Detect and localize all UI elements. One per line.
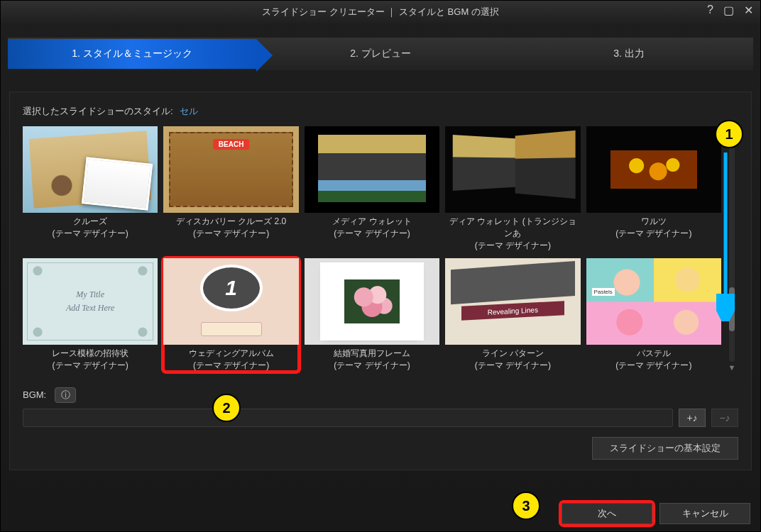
bgm-info-button[interactable]: ⓘ — [55, 387, 76, 403]
bgm-row: BGM: ⓘ — [23, 387, 738, 403]
wizard-steps: 1. スタイル＆ミュージック 2. プレビュー 3. 出力 — [8, 38, 753, 70]
next-button[interactable]: 次へ — [562, 503, 652, 524]
remove-music-icon: −♪ — [719, 412, 730, 423]
cancel-button[interactable]: キャンセル — [659, 503, 750, 524]
window-title: スライドショー クリエーター ｜ スタイルと BGM の選択 — [262, 6, 499, 18]
add-music-icon: +♪ — [686, 412, 697, 423]
style-tile-wedding-frame[interactable]: 結婚写真用フレーム(テーマ デザイナー) — [305, 258, 439, 372]
app-window: スライドショー クリエーター ｜ スタイルと BGM の選択 ? ▢ ✕ 1. … — [0, 0, 761, 532]
info-icon: ⓘ — [61, 389, 70, 401]
style-tile-waltz[interactable]: ワルツ(テーマ デザイナー) — [586, 126, 721, 251]
footer-buttons: 次へ キャンセル — [562, 503, 750, 524]
thumb-wedding — [163, 258, 298, 345]
annotation-arrow-icon — [716, 153, 735, 321]
style-grid: クルーズ(テーマ デザイナー) ディスカバリー クルーズ 2.0(テーマ デザイ… — [23, 126, 721, 372]
style-tile-media-wallet[interactable]: メディア ウォレット(テーマ デザイナー) — [305, 126, 439, 251]
thumb-cruise — [23, 126, 158, 213]
thumb-line-pattern — [445, 258, 580, 345]
style-panel: 選択したスライドショーのスタイル: セル クルーズ(テーマ デザイナー) ディス… — [9, 92, 752, 470]
selected-style-label: 選択したスライドショーのスタイル: セル — [23, 105, 738, 118]
style-tile-discovery[interactable]: ディスカバリー クルーズ 2.0(テーマ デザイナー) — [163, 126, 298, 251]
thumb-media-wallet-trans — [445, 126, 580, 213]
maximize-icon[interactable]: ▢ — [723, 4, 734, 17]
style-tile-media-wallet-trans[interactable]: ディア ウォレット (トランジションあ(テーマ デザイナー) — [445, 126, 580, 251]
title-bar: スライドショー クリエーター ｜ スタイルと BGM の選択 ? ▢ ✕ — [1, 1, 760, 23]
annotation-badge-1: 1 — [715, 120, 743, 148]
bgm-label: BGM: — [23, 389, 46, 400]
help-icon[interactable]: ? — [707, 4, 713, 17]
step-preview[interactable]: 2. プレビュー — [256, 39, 505, 69]
annotation-badge-2: 2 — [212, 394, 241, 422]
bgm-add-button[interactable]: +♪ — [679, 409, 706, 427]
thumb-discovery — [163, 126, 298, 213]
thumb-wedding-frame — [305, 258, 439, 345]
thumb-media-wallet — [305, 126, 439, 213]
bgm-remove-button[interactable]: −♪ — [711, 409, 738, 427]
thumb-lace — [23, 258, 158, 345]
style-tile-cruise[interactable]: クルーズ(テーマ デザイナー) — [23, 126, 158, 251]
style-tile-pastel[interactable]: Pastels パステル(テーマ デザイナー) — [586, 258, 721, 372]
thumb-waltz — [586, 126, 721, 213]
close-icon[interactable]: ✕ — [744, 4, 753, 17]
bgm-path-input[interactable] — [23, 409, 673, 427]
style-tile-wedding[interactable]: ウェディングアルバム(テーマ デザイナー) — [163, 258, 298, 372]
scroll-down-icon[interactable]: ▼ — [728, 363, 736, 372]
thumb-pastel: Pastels — [586, 258, 721, 345]
annotation-badge-3: 3 — [512, 492, 540, 520]
selected-style-value: セル — [180, 106, 198, 116]
slideshow-prefs-link[interactable]: スライドショーの基本設定 — [592, 437, 738, 460]
style-tile-lace[interactable]: レース模様の招待状(テーマ デザイナー) — [23, 258, 158, 372]
step-style-music[interactable]: 1. スタイル＆ミュージック — [8, 39, 256, 69]
step-output[interactable]: 3. 出力 — [505, 39, 753, 69]
style-tile-line-pattern[interactable]: ライン パターン(テーマ デザイナー) — [445, 258, 580, 372]
